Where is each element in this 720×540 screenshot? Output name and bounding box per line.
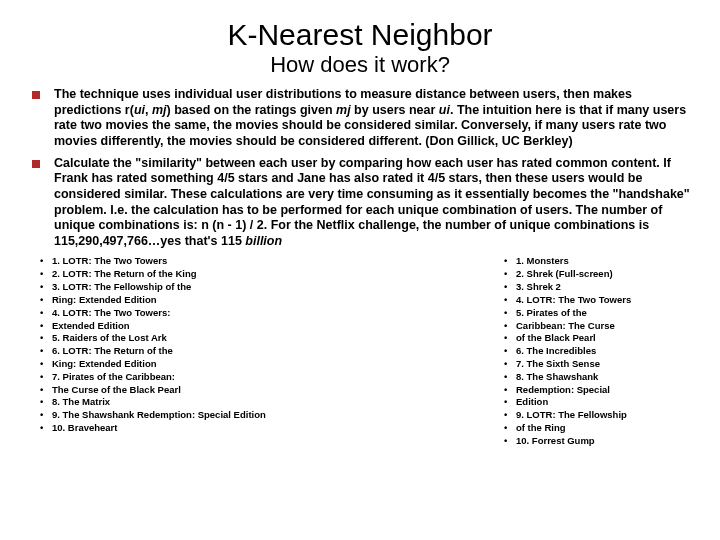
left-list: 1. LOTR: The Two Towers 2. LOTR: The Ret… <box>38 255 318 434</box>
left-column: 1. LOTR: The Two Towers 2. LOTR: The Ret… <box>38 255 318 447</box>
list-item: 1. LOTR: The Two Towers <box>38 255 318 268</box>
list-item: 2. Shrek (Full-screen) <box>502 268 692 281</box>
list-item: King: Extended Edition <box>38 358 318 371</box>
right-list: 1. Monsters 2. Shrek (Full-screen) 3. Sh… <box>502 255 692 447</box>
right-column: 1. Monsters 2. Shrek (Full-screen) 3. Sh… <box>502 255 692 447</box>
list-item: 9. The Shawshank Redemption: Special Edi… <box>38 409 318 422</box>
list-item: 5. Raiders of the Lost Ark <box>38 332 318 345</box>
bullet-1-ital-ui2: ui <box>439 103 450 117</box>
bullet-1: The technique uses individual user distr… <box>28 87 692 150</box>
bullet-2-text: Calculate the "similarity" between each … <box>54 156 690 248</box>
slide-title: K-Nearest Neighbor <box>28 18 692 51</box>
columns: 1. LOTR: The Two Towers 2. LOTR: The Ret… <box>28 255 692 447</box>
body: The technique uses individual user distr… <box>28 87 692 447</box>
bullet-1-ital-mj: mj <box>152 103 167 117</box>
column-gap <box>318 255 502 447</box>
list-item: 7. Pirates of the Caribbean: <box>38 371 318 384</box>
list-item: The Curse of the Black Pearl <box>38 384 318 397</box>
list-item: Extended Edition <box>38 320 318 333</box>
list-item: Caribbean: The Curse <box>502 320 692 333</box>
list-item: 4. LOTR: The Two Towers <box>502 294 692 307</box>
bullet-1-text-b: , <box>145 103 152 117</box>
list-item: 8. The Matrix <box>38 396 318 409</box>
bullet-1-ital-ui: ui <box>134 103 145 117</box>
title-block: K-Nearest Neighbor How does it work? <box>28 18 692 77</box>
slide: K-Nearest Neighbor How does it work? The… <box>0 0 720 540</box>
list-item: Redemption: Special <box>502 384 692 397</box>
list-item: 6. The Incredibles <box>502 345 692 358</box>
bullet-1-ital-mj2: mj <box>336 103 351 117</box>
list-item: of the Ring <box>502 422 692 435</box>
bullet-1-text-d: by users near <box>351 103 439 117</box>
list-item: of the Black Pearl <box>502 332 692 345</box>
bullet-2: Calculate the "similarity" between each … <box>28 156 692 250</box>
list-item: 4. LOTR: The Two Towers: <box>38 307 318 320</box>
list-item: 8. The Shawshank <box>502 371 692 384</box>
list-item: 7. The Sixth Sense <box>502 358 692 371</box>
main-bullets: The technique uses individual user distr… <box>28 87 692 249</box>
slide-subtitle: How does it work? <box>28 53 692 77</box>
list-item: 10. Forrest Gump <box>502 435 692 448</box>
list-item: Ring: Extended Edition <box>38 294 318 307</box>
list-item: 2. LOTR: The Return of the King <box>38 268 318 281</box>
bullet-1-text-c: ) based on the ratings given <box>167 103 336 117</box>
list-item: 5. Pirates of the <box>502 307 692 320</box>
list-item: 10. Braveheart <box>38 422 318 435</box>
list-item: 3. Shrek 2 <box>502 281 692 294</box>
list-item: 1. Monsters <box>502 255 692 268</box>
list-item: 6. LOTR: The Return of the <box>38 345 318 358</box>
bullet-2-ital: billion <box>245 234 282 248</box>
list-item: 3. LOTR: The Fellowship of the <box>38 281 318 294</box>
list-item: 9. LOTR: The Fellowship <box>502 409 692 422</box>
list-item: Edition <box>502 396 692 409</box>
